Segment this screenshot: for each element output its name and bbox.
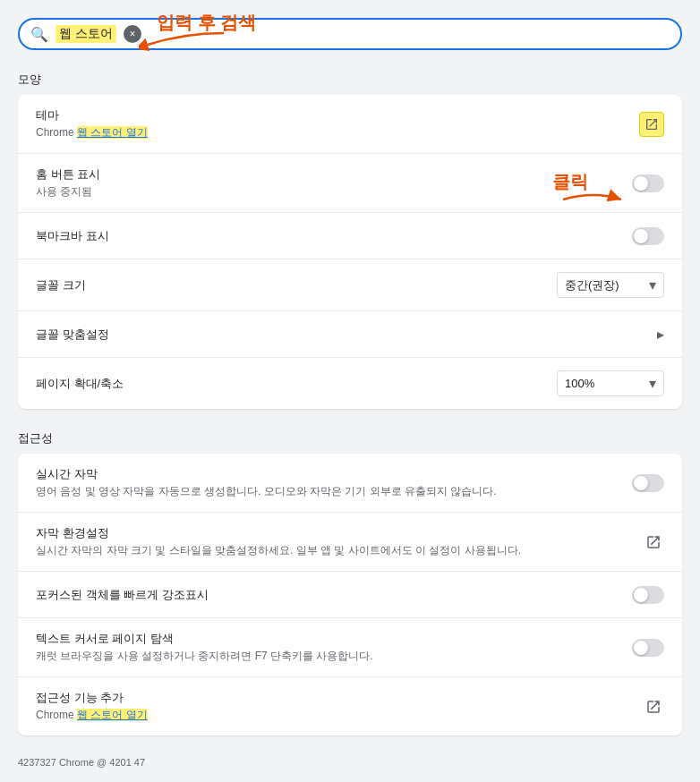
- search-icon: 🔍: [30, 26, 48, 43]
- font-size-row: 글꼴 크기 중간(권장) ▾: [18, 259, 682, 311]
- search-container: 🔍 웹 스토어 ×: [18, 18, 682, 50]
- bottom-text: 4237327 Chrome @ 4201 47: [18, 757, 682, 768]
- appearance-card: 테마 Chrome 웹 스토어 열기: [18, 95, 682, 409]
- search-clear-button[interactable]: ×: [124, 25, 141, 43]
- bookmarks-bar-toggle[interactable]: [632, 227, 664, 245]
- caret-browsing-toggle[interactable]: [632, 639, 664, 657]
- accessibility-features-title: 접근성 기능 추가: [36, 690, 643, 706]
- accessibility-features-subtitle: Chrome 웹 스토어 열기: [36, 708, 643, 723]
- theme-subtitle: Chrome 웹 스토어 열기: [36, 125, 639, 140]
- live-captions-subtitle: 영어 음성 및 영상 자막을 자동으로 생성합니다. 오디오와 자막은 기기 외…: [36, 484, 537, 499]
- caret-browsing-row: 텍스트 커서로 페이지 탐색 캐럿 브라우징을 사용 설정하거나 중지하려면 F…: [18, 618, 682, 677]
- accessibility-card: 실시간 자막 영어 음성 및 영상 자막을 자동으로 생성합니다. 오디오와 자…: [18, 454, 682, 735]
- accessibility-ext-link-icon: [645, 699, 662, 715]
- bookmarks-bar-row: 북마크바 표시: [18, 213, 682, 259]
- highlight-focus-title: 포커스된 객체를 빠르게 강조표시: [36, 587, 632, 603]
- highlight-focus-row: 포커스된 객체를 빠르게 강조표시: [18, 572, 682, 618]
- page-zoom-value: 100%: [565, 377, 594, 390]
- font-size-title: 글꼴 크기: [36, 277, 557, 293]
- theme-title: 테마: [36, 107, 639, 123]
- accessibility-features-ext-link-button[interactable]: [643, 696, 664, 718]
- theme-ext-link-button[interactable]: [639, 112, 664, 137]
- click-annotation-wrapper: 클릭 모양 테마 Chrome 웹 스토어 열기: [18, 72, 682, 735]
- home-button-toggle[interactable]: [632, 174, 664, 192]
- accessibility-webstore-link[interactable]: 웹 스토어 열기: [77, 709, 148, 721]
- external-link-icon: [645, 117, 659, 132]
- page-zoom-title: 페이지 확대/축소: [36, 376, 557, 392]
- bookmarks-bar-title: 북마크바 표시: [36, 228, 632, 244]
- accessibility-features-row: 접근성 기능 추가 Chrome 웹 스토어 열기: [18, 677, 682, 735]
- accessibility-title: 접근성: [18, 430, 682, 446]
- home-button-title: 홈 버튼 표시: [36, 166, 632, 183]
- search-value: 웹 스토어: [55, 25, 116, 43]
- live-captions-title: 실시간 자막: [36, 466, 632, 482]
- page-zoom-row: 페이지 확대/축소 100% ▾: [18, 358, 682, 409]
- live-captions-toggle[interactable]: [632, 474, 664, 492]
- appearance-section: 모양 테마 Chrome 웹 스토어 열기: [18, 72, 682, 409]
- theme-webstore-link[interactable]: 웹 스토어 열기: [77, 126, 148, 139]
- font-settings-title: 글꼴 맞춤설정: [36, 327, 657, 343]
- caret-browsing-subtitle: 캐럿 브라우징을 사용 설정하거나 중지하려면 F7 단축키를 사용합니다.: [36, 649, 537, 664]
- search-box: 🔍 웹 스토어 ×: [18, 18, 682, 50]
- home-button-subtitle: 사용 중지됨: [36, 184, 632, 200]
- page-wrapper: 🔍 웹 스토어 × 입력 후 검색 클릭: [18, 18, 682, 768]
- font-size-chevron-icon: ▾: [649, 276, 656, 293]
- page-zoom-chevron-icon: ▾: [649, 375, 656, 392]
- caption-settings-row: 자막 환경설정 실시간 자막의 자막 크기 및 스타일을 맞춤설정하세요. 일부…: [18, 513, 682, 572]
- caption-settings-subtitle: 실시간 자막의 자막 크기 및 스타일을 맞춤설정하세요. 일부 앱 및 사이트…: [36, 543, 537, 558]
- caption-settings-title: 자막 환경설정: [36, 525, 643, 541]
- font-settings-row[interactable]: 글꼴 맞춤설정 ▸: [18, 311, 682, 358]
- live-captions-row: 실시간 자막 영어 음성 및 영상 자막을 자동으로 생성합니다. 오디오와 자…: [18, 454, 682, 513]
- caption-settings-ext-link-button[interactable]: [643, 531, 664, 553]
- caret-browsing-title: 텍스트 커서로 페이지 탐색: [36, 631, 632, 647]
- accessibility-section: 접근성 실시간 자막 영어 음성 및 영상 자막을 자동으로 생성합니다. 오디…: [18, 430, 682, 735]
- page-zoom-select[interactable]: 100% ▾: [557, 370, 664, 396]
- font-size-select[interactable]: 중간(권장) ▾: [557, 272, 664, 298]
- theme-row: 테마 Chrome 웹 스토어 열기: [18, 95, 682, 154]
- appearance-title: 모양: [18, 72, 682, 88]
- font-settings-chevron-icon: ▸: [657, 326, 664, 343]
- font-size-value: 중간(권장): [565, 277, 619, 293]
- ext-link-plain-icon: [645, 534, 662, 550]
- highlight-focus-toggle[interactable]: [632, 586, 664, 604]
- home-button-row: 홈 버튼 표시 사용 중지됨: [18, 154, 682, 213]
- search-section: 🔍 웹 스토어 × 입력 후 검색: [18, 18, 682, 50]
